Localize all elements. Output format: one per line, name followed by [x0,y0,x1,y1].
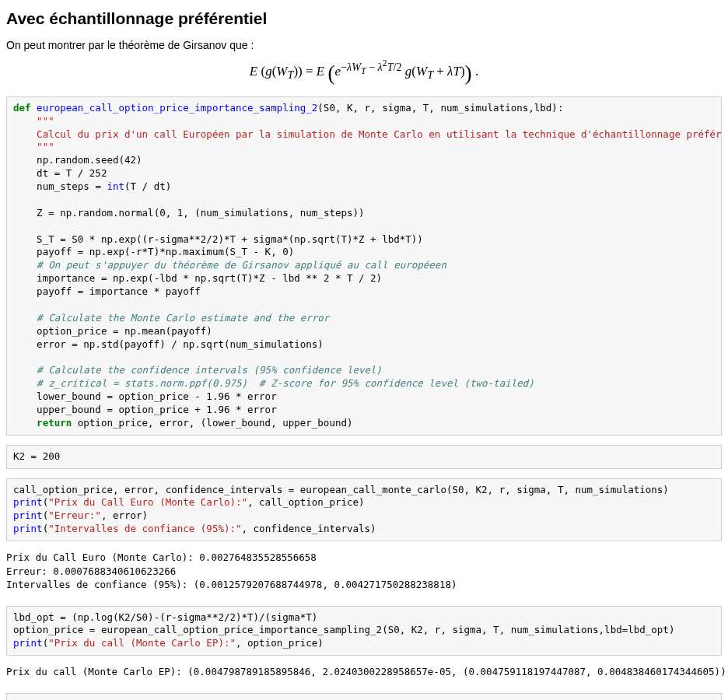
code-cell-black-scholes: call_option_price = black_scholes_call(S… [6,693,722,700]
girsanov-formula: E (g(WT)) = E (e−λWT − λ2T/2 g(WT + λT))… [6,58,722,86]
output-ep: Prix du call (Monte Carlo EP): (0.004798… [6,665,722,687]
code-cell-k2: K2 = 200 [6,445,722,469]
code-cell-ep: lbd_opt = (np.log(K2/S0)-(r-sigma**2/2)*… [6,606,722,656]
section-heading: Avec échantillonnage préférentiel [6,9,722,28]
output-monte-carlo: Prix du Call Euro (Monte Carlo): 0.00276… [6,551,722,600]
intro-text: On peut montrer par le théorème de Girsa… [6,39,722,51]
code-cell-monte-carlo: call_option_price, error, confidence_int… [6,478,722,542]
code-cell-importance-sampling: def european_call_option_price_importanc… [6,96,722,436]
